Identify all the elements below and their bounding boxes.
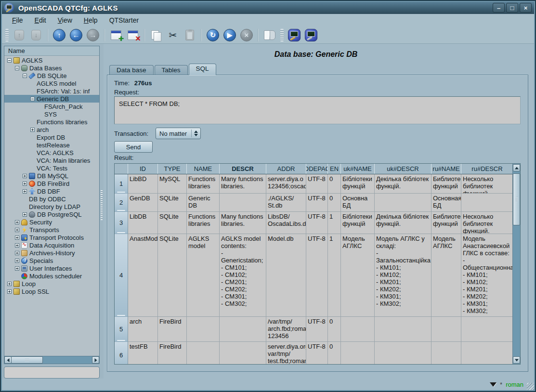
column-header-addr[interactable]: ADDR <box>266 164 306 174</box>
tab-sql[interactable]: SQL <box>189 64 216 75</box>
tree-horizontal-scrollbar[interactable] <box>4 356 99 364</box>
table-cell[interactable]: LibDB <box>128 212 158 234</box>
table-cell[interactable] <box>461 194 512 212</box>
tree-item-loop-ssl[interactable]: Loop SSL <box>4 287 99 295</box>
table-cell[interactable]: UTF-8 <box>306 194 328 212</box>
start-button[interactable]: ▶ <box>222 27 237 43</box>
table-cell[interactable] <box>431 317 461 342</box>
table-cell[interactable]: LibsDB/ OscadaLibs.db <box>266 212 306 234</box>
column-header-codepage[interactable]: CODEPAGE <box>306 164 328 174</box>
table-cell[interactable]: Библиотеки функций <box>431 212 461 234</box>
tree-item-fsarch-pack[interactable]: FSArch_Pack <box>4 103 99 110</box>
expand-icon[interactable] <box>15 266 19 271</box>
table-cell[interactable]: testFB <box>128 342 158 364</box>
table-cell[interactable]: Functions libraries <box>187 212 220 234</box>
scroll-left-button[interactable] <box>4 356 12 364</box>
table-vertical-scrollbar[interactable] <box>512 164 520 364</box>
qtstarter-vision-button[interactable] <box>287 27 302 43</box>
table-cell[interactable]: Декілька бібліотек функцій. <box>375 174 431 194</box>
tree-item-sys[interactable]: SYS <box>4 110 99 118</box>
tray-arrow-icon[interactable] <box>490 382 497 387</box>
up-button[interactable]: ↑ <box>52 27 67 43</box>
tab-data-base[interactable]: Data base <box>109 65 154 75</box>
column-header-item[interactable] <box>115 164 128 174</box>
send-button[interactable]: Send <box>114 141 153 153</box>
collapse-icon[interactable] <box>15 66 19 70</box>
table-cell[interactable]: AGLKS model contents: - Genericstation; … <box>220 234 266 317</box>
tree-item-functions-libraries[interactable]: Functions libraries <box>4 118 99 126</box>
table-cell[interactable]: server.diya.org var/tmp/ test.fbd;roman … <box>266 342 306 364</box>
table-cell[interactable]: server.diya.o 123456;oscad <box>266 174 306 194</box>
table-cell[interactable]: 0 <box>328 317 341 342</box>
menu-help[interactable]: Help <box>78 15 103 26</box>
tab-tables[interactable]: Tables <box>155 65 188 75</box>
table-cell[interactable]: Основна БД <box>341 194 375 212</box>
table-cell[interactable]: Несколько библиотек функций. <box>461 212 512 234</box>
table-cell[interactable]: 0 <box>328 174 341 194</box>
row-number[interactable]: 3 <box>115 212 128 234</box>
collapse-icon[interactable] <box>30 97 35 101</box>
expand-icon[interactable] <box>7 289 12 294</box>
menu-qtstarter[interactable]: QTStarter <box>104 15 144 26</box>
table-cell[interactable] <box>220 342 266 364</box>
collapse-icon[interactable] <box>7 58 12 63</box>
table-cell[interactable] <box>461 342 512 364</box>
table-cell[interactable]: /var/tmp/ arch.fbd;roman 123456 <box>266 317 306 342</box>
tree-item-generic-db[interactable]: Generic DB <box>4 95 99 103</box>
table-cell[interactable]: 0 <box>328 342 341 364</box>
expand-icon[interactable] <box>30 128 35 132</box>
tree-item-db-firebird[interactable]: DB FireBird <box>4 180 99 187</box>
row-number[interactable]: 1 <box>115 174 128 194</box>
minimize-button[interactable]: – <box>493 3 505 13</box>
column-header-id[interactable]: ID <box>128 164 158 174</box>
table-cell[interactable]: Model.db <box>266 234 306 317</box>
table-cell[interactable] <box>220 194 266 212</box>
tree-item-db-sqlite[interactable]: DB SQLite <box>4 72 99 79</box>
scroll-right-button[interactable] <box>92 356 99 364</box>
tree-scrollbar-thumb[interactable] <box>11 356 43 364</box>
column-header-descr[interactable]: DESCR <box>220 164 266 174</box>
expand-icon[interactable] <box>23 212 27 217</box>
tree-item-db-postgresql[interactable]: DB PostgreSQL <box>4 210 99 218</box>
table-scrollbar-thumb[interactable] <box>513 173 520 225</box>
row-number[interactable]: 6 <box>115 342 128 364</box>
expand-icon[interactable] <box>23 174 27 178</box>
expand-icon[interactable] <box>23 189 27 194</box>
table-cell[interactable]: UTF-8 <box>306 317 328 342</box>
expand-icon[interactable] <box>15 259 19 263</box>
tree-item-db-dbf[interactable]: DB DBF <box>4 187 99 195</box>
column-header-name[interactable]: NAME <box>187 164 220 174</box>
menu-file[interactable]: File <box>7 15 28 26</box>
manual-button[interactable] <box>262 27 277 43</box>
menu-view[interactable]: View <box>52 15 78 26</box>
column-header-uk-descr[interactable]: uk#DESCR <box>375 164 431 174</box>
add-item-button[interactable]: + <box>108 27 124 43</box>
table-cell[interactable]: FireBird <box>158 342 187 364</box>
table-cell[interactable]: 1 <box>328 234 341 317</box>
collapse-icon[interactable] <box>23 74 27 78</box>
table-cell[interactable]: AGLKS model <box>187 234 220 317</box>
table-cell[interactable]: Generic DB <box>187 194 220 212</box>
table-cell[interactable]: UTF-8 <box>306 174 328 194</box>
table-cell[interactable]: UTF-8 <box>306 212 328 234</box>
tree-item-data-bases[interactable]: Data Bases <box>4 64 99 72</box>
table-cell[interactable]: GenDB <box>128 194 158 212</box>
table-cell[interactable]: SQLite <box>158 212 187 234</box>
tree-item-modules-scheduler[interactable]: Modules scheduler <box>4 272 99 280</box>
expand-icon[interactable] <box>15 243 19 248</box>
expand-icon[interactable] <box>7 282 12 286</box>
reload-button[interactable]: ↻ <box>205 27 221 43</box>
tree-item-arch[interactable]: arch <box>4 126 99 133</box>
table-cell[interactable]: Модель АГЛКС <box>431 234 461 317</box>
tree-item-directory-by-ldap[interactable]: Directory by LDAP <box>4 203 99 210</box>
table-cell[interactable] <box>375 342 431 364</box>
tree-item-export-db[interactable]: Export DB <box>4 133 99 141</box>
table-cell[interactable]: Many functions libraries. <box>220 212 266 234</box>
table-cell[interactable] <box>341 342 375 364</box>
menu-edit[interactable]: Edit <box>29 15 52 26</box>
table-cell[interactable]: Модель АГЛКС <box>341 234 375 317</box>
tree-item-user-interfaces[interactable]: User Interfaces <box>4 264 99 272</box>
table-cell[interactable]: 1 <box>328 212 341 234</box>
scroll-up-button[interactable] <box>513 164 520 171</box>
sql-request-textarea[interactable]: SELECT * FROM DB; <box>114 96 521 124</box>
